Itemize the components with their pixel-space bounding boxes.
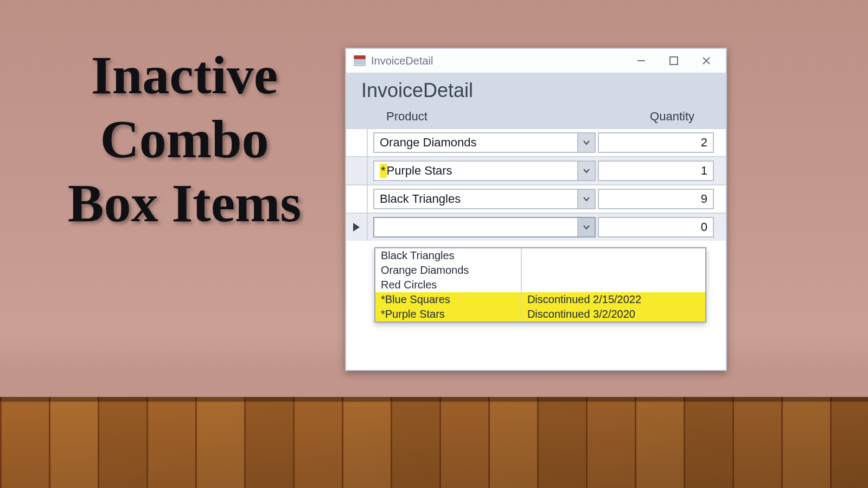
table-row: Orange Diamonds 2 [346, 128, 726, 156]
row-selector[interactable] [346, 129, 368, 156]
combo-dropdown-list: Black Triangles Orange Diamonds Red Circ… [374, 247, 706, 323]
quantity-field[interactable]: 1 [598, 160, 714, 181]
floor-decor [0, 397, 868, 488]
combo-dropdown-button[interactable] [577, 218, 595, 236]
row-selector[interactable] [346, 157, 368, 184]
table-row: 0 [346, 213, 726, 241]
table-row: Black Triangles 9 [346, 184, 726, 213]
combo-value: *Purple Stars [374, 162, 577, 180]
list-item[interactable]: Black Triangles [375, 248, 705, 263]
combo-value: Orange Diamonds [374, 133, 577, 152]
datasheet-grid: Orange Diamonds 2 *Purple Stars [346, 128, 726, 241]
row-selector-current[interactable] [346, 214, 368, 241]
svg-rect-1 [354, 59, 365, 66]
window-title: InvoiceDetail [371, 55, 433, 67]
hero-title: Inactive Combo Box Items [54, 43, 315, 235]
svg-line-7 [703, 57, 710, 64]
quantity-field[interactable]: 0 [598, 217, 714, 237]
product-combo[interactable]: Orange Diamonds [373, 132, 596, 153]
combo-dropdown-button[interactable] [577, 162, 595, 180]
svg-line-6 [703, 57, 710, 64]
list-item[interactable]: *Blue SquaresDiscontinued 2/15/2022 [375, 292, 705, 307]
form-title: InvoiceDetail [361, 79, 716, 102]
list-item[interactable]: *Purple StarsDiscontinued 3/2/2020 [375, 307, 705, 322]
combo-value [374, 218, 577, 236]
row-selector[interactable] [346, 185, 368, 213]
inactive-marker-icon: * [380, 164, 387, 178]
window-titlebar: InvoiceDetail [346, 49, 726, 74]
product-combo[interactable]: *Purple Stars [373, 160, 596, 181]
list-item[interactable]: Orange Diamonds [375, 263, 705, 278]
svg-rect-5 [670, 57, 678, 65]
form-header: InvoiceDetail Product Quantity [346, 74, 726, 128]
column-header-product: Product [386, 110, 603, 124]
product-combo[interactable] [373, 217, 596, 237]
invoice-detail-window: InvoiceDetail InvoiceDetail Product Quan… [345, 48, 727, 371]
close-button[interactable] [690, 50, 723, 72]
svg-rect-0 [354, 56, 365, 59]
quantity-field[interactable]: 9 [598, 189, 714, 209]
combo-value: Black Triangles [374, 190, 577, 208]
combo-dropdown-button[interactable] [577, 133, 595, 152]
form-icon [354, 55, 366, 67]
maximize-button[interactable] [658, 50, 690, 72]
table-row: *Purple Stars 1 [346, 156, 726, 184]
minimize-button[interactable] [625, 50, 658, 72]
quantity-field[interactable]: 2 [598, 132, 714, 153]
combo-dropdown-button[interactable] [577, 190, 595, 208]
product-combo[interactable]: Black Triangles [373, 189, 596, 209]
column-header-quantity: Quantity [608, 110, 694, 124]
list-item[interactable]: Red Circles [375, 278, 705, 292]
